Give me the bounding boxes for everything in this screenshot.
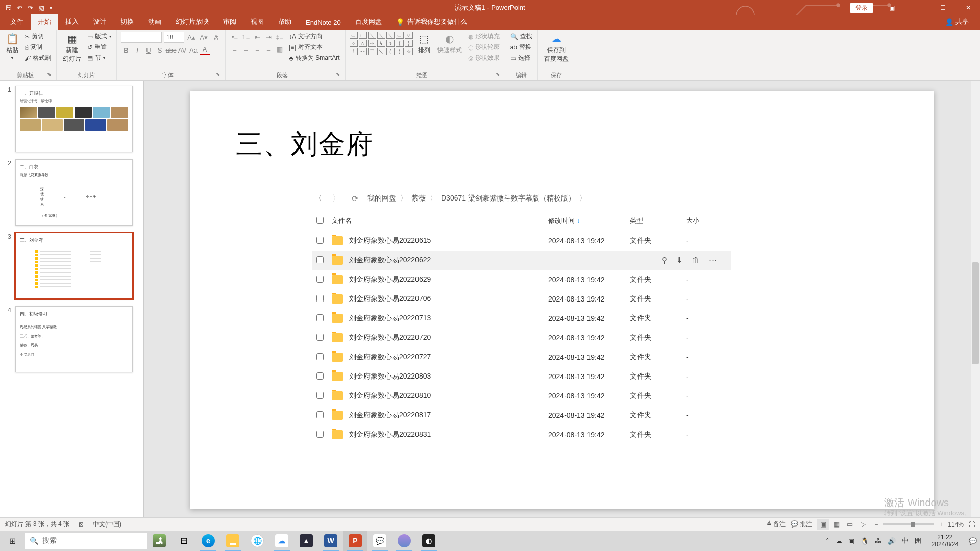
language-indicator[interactable]: 中文(中国) <box>93 520 121 529</box>
task-view-button[interactable]: ⊟ <box>172 531 196 551</box>
align-text-button[interactable]: [≡]对齐文本 <box>288 42 341 52</box>
file-browser-image[interactable]: 〈 〉 ⟳ 我的网盘 〉 紫薇 〉 D30671 梁剑豪紫微斗数字幕版（精校版）… <box>312 193 731 444</box>
vertical-scrollbar[interactable] <box>971 81 980 534</box>
reading-view-button[interactable]: ▭ <box>844 519 856 530</box>
task-word[interactable]: W <box>318 531 343 551</box>
change-case-button[interactable]: Aa <box>188 45 199 55</box>
drawing-launcher-icon[interactable]: ⬊ <box>495 71 501 77</box>
convert-smartart-button[interactable]: ⬘转换为 SmartArt <box>288 53 341 63</box>
shape-fill-button[interactable]: ◍形状填充 <box>467 32 501 41</box>
cut-button[interactable]: ✂剪切 <box>23 32 52 41</box>
replace-button[interactable]: ab替换 <box>509 42 533 52</box>
strikethrough-button[interactable]: abc <box>166 45 176 55</box>
crumb-folder[interactable]: D30671 梁剑豪紫微斗数字幕版（精校版） <box>441 194 575 203</box>
decrease-font-icon[interactable]: A▾ <box>199 32 209 42</box>
nav-forward-icon[interactable]: 〉 <box>331 193 342 204</box>
select-all-checkbox[interactable] <box>316 217 324 224</box>
font-color-button[interactable]: A <box>200 45 210 55</box>
slide-thumb-4[interactable]: 四、初级修习 周易系列铺宫 八字紫微 三式、整命等、 紫薇、周易 不义退门 <box>15 306 133 372</box>
crumb-ziwei[interactable]: 紫薇 <box>411 194 426 203</box>
clear-formatting-icon[interactable]: A̷ <box>211 32 221 42</box>
align-center-button[interactable]: ≡ <box>241 44 251 54</box>
increase-indent-button[interactable]: ⇥ <box>263 32 274 42</box>
tray-qq-icon[interactable]: 🐧 <box>861 537 869 545</box>
task-app-black[interactable]: ◐ <box>416 531 441 551</box>
row-checkbox[interactable] <box>316 295 324 302</box>
slide-thumb-1[interactable]: 一、开眼仁 经营记于每一瞬之中 <box>15 86 133 152</box>
task-explorer[interactable]: ▂ <box>220 531 245 551</box>
paste-button[interactable]: 📋 粘贴 ▼ <box>4 32 20 61</box>
file-row[interactable]: 刘金府象数心易202206152024-08-13 19:42文件夹- <box>312 231 731 251</box>
reset-button[interactable]: ↺重置 <box>86 42 112 52</box>
qat-more-icon[interactable]: ▾ <box>50 5 52 11</box>
font-size-combo[interactable]: 18 <box>164 32 184 43</box>
slide-title-text[interactable]: 三、刘金府 <box>236 127 374 162</box>
row-checkbox[interactable] <box>316 353 324 360</box>
tray-ime-mode-icon[interactable]: 囲 <box>915 536 921 545</box>
undo-icon[interactable]: ↶ <box>17 4 22 12</box>
font-launcher-icon[interactable]: ⬊ <box>215 71 221 77</box>
file-row[interactable]: 刘金府象数心易202207132024-08-13 19:42文件夹- <box>312 309 731 328</box>
tray-network-icon[interactable]: 🖧 <box>875 537 881 545</box>
col-size[interactable]: 大小 <box>686 216 727 226</box>
notes-button[interactable]: ≜ 备注 <box>767 520 786 529</box>
more-icon[interactable]: ⋯ <box>709 256 717 265</box>
comments-button[interactable]: 💬 批注 <box>791 520 812 529</box>
tab-transitions[interactable]: 切换 <box>113 14 141 30</box>
task-edge[interactable]: e <box>196 531 220 551</box>
layout-button[interactable]: ▭版式▾ <box>86 32 112 41</box>
shape-outline-button[interactable]: ◌形状轮廓 <box>467 42 501 52</box>
task-landscape[interactable]: 🏞 <box>147 531 172 551</box>
file-row[interactable]: 刘金府象数心易202208032024-08-13 19:42文件夹- <box>312 367 731 386</box>
redo-icon[interactable]: ↷ <box>28 4 33 12</box>
align-right-button[interactable]: ≡ <box>252 44 262 54</box>
justify-button[interactable]: ≡ <box>263 44 274 54</box>
file-row[interactable]: 刘金府象数心易202207272024-08-13 19:42文件夹- <box>312 347 731 367</box>
row-checkbox[interactable] <box>316 372 324 380</box>
zoom-in-button[interactable]: + <box>939 521 943 528</box>
tab-slideshow[interactable]: 幻灯片放映 <box>168 14 216 30</box>
tab-help[interactable]: 帮助 <box>271 14 299 30</box>
tray-chevron-up-icon[interactable]: ˄ <box>826 537 829 545</box>
shadow-button[interactable]: S <box>155 45 165 55</box>
task-chrome[interactable]: 🌐 <box>245 531 270 551</box>
slideshow-view-button[interactable]: ▷ <box>857 519 869 530</box>
file-row[interactable]: 刘金府象数心易202207062024-08-13 19:42文件夹- <box>312 289 731 309</box>
tab-insert[interactable]: 插入 <box>58 14 86 30</box>
tab-home[interactable]: 开始 <box>31 14 58 30</box>
columns-button[interactable]: ▥ <box>275 44 285 54</box>
save-icon[interactable]: 🖫 <box>5 4 12 12</box>
file-row[interactable]: 刘金府象数心易202208312024-08-13 19:42文件夹- <box>312 425 731 444</box>
file-row[interactable]: 刘金府象数心易20220622⚲⬇🗑⋯ <box>312 251 731 270</box>
login-button[interactable]: 登录 <box>850 3 873 13</box>
start-from-beginning-icon[interactable]: ▧ <box>38 4 44 12</box>
zoom-out-button[interactable]: − <box>874 521 878 528</box>
row-checkbox[interactable] <box>316 276 324 283</box>
new-slide-button[interactable]: ▦ 新建 幻灯片 <box>61 32 83 64</box>
task-powerpoint[interactable]: P <box>343 531 368 551</box>
taskbar-search[interactable]: 🔍 搜索 <box>24 533 147 549</box>
slide-canvas-area[interactable]: 三、刘金府 〈 〉 ⟳ 我的网盘 〉 紫薇 〉 D30671 梁剑豪紫微斗数字幕… <box>144 81 980 534</box>
tray-notifications-icon[interactable]: 💬 <box>969 537 977 545</box>
row-checkbox[interactable] <box>316 431 324 438</box>
nav-back-icon[interactable]: 〈 <box>312 193 324 204</box>
char-spacing-button[interactable]: AV <box>177 45 187 55</box>
save-to-baidu-button[interactable]: ☁ 保存到 百度网盘 <box>542 32 571 64</box>
tray-onedrive-icon[interactable]: ☁ <box>836 537 842 545</box>
row-checkbox[interactable] <box>316 256 324 263</box>
copy-button[interactable]: ⎘复制 <box>23 42 52 52</box>
row-checkbox[interactable] <box>316 411 324 418</box>
tray-ime-lang[interactable]: 中 <box>902 536 909 545</box>
tab-baidu[interactable]: 百度网盘 <box>348 14 389 30</box>
slide-thumb-3[interactable]: 三、刘金府 <box>15 233 133 299</box>
col-date[interactable]: 修改时间↓ <box>548 216 630 226</box>
quick-styles-button[interactable]: ◐快速样式 <box>435 32 464 56</box>
slide-canvas[interactable]: 三、刘金府 〈 〉 ⟳ 我的网盘 〉 紫薇 〉 D30671 梁剑豪紫微斗数字幕… <box>190 91 934 509</box>
crumb-mydisk[interactable]: 我的网盘 <box>368 194 396 203</box>
slide-thumb-2[interactable]: 二、白衣 白派飞花紫微斗数 深境铁系 • 小六壬 （卡 紫微） <box>15 159 133 226</box>
bullets-button[interactable]: •≡ <box>230 32 240 42</box>
shape-effects-button[interactable]: ◎形状效果 <box>467 53 501 63</box>
font-family-combo[interactable] <box>121 32 162 43</box>
tab-file[interactable]: 文件 <box>3 14 31 30</box>
share-button[interactable]: 👤 共享 <box>940 14 974 30</box>
